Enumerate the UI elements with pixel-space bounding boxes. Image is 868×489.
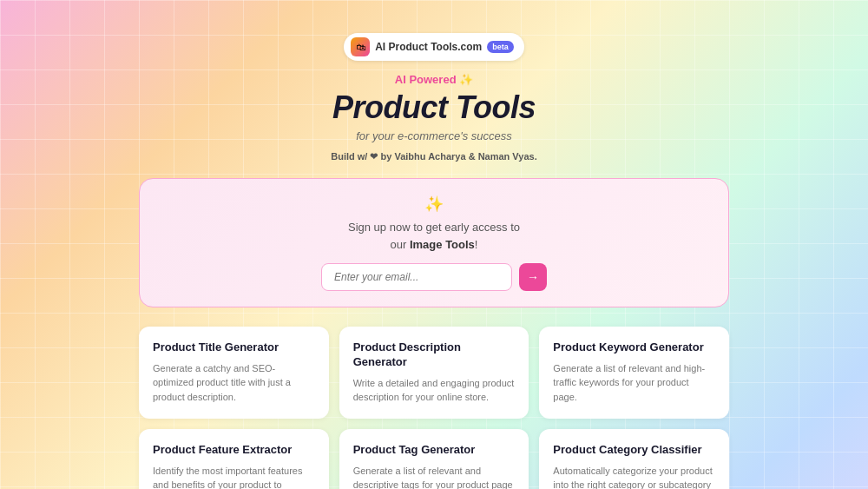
ai-powered-label: AI Powered ✨ — [139, 73, 729, 86]
subtitle: for your e-commerce's success — [139, 129, 729, 142]
tool-card-desc-1: Write a detailed and engaging product de… — [353, 376, 516, 405]
build-prefix: Build w/ ❤ by — [331, 151, 391, 162]
tool-card-desc-2: Generate a list of relevant and high-tra… — [553, 361, 715, 405]
tool-card-1[interactable]: Product Description GeneratorWrite a det… — [339, 327, 529, 419]
tool-card-title-0: Product Title Generator — [153, 340, 315, 355]
authors: Vaibhu Acharya & Naman Vyas. — [394, 151, 536, 162]
signup-line1: Sign up now to get early access to — [348, 221, 520, 234]
main-container: 🛍 AI Product Tools.com beta AI Powered ✨… — [122, 0, 746, 489]
tool-card-0[interactable]: Product Title GeneratorGenerate a catchy… — [139, 327, 329, 419]
signup-end: ! — [475, 238, 478, 251]
tool-card-title-2: Product Keyword Generator — [553, 340, 715, 355]
tool-card-desc-3: Identify the most important features and… — [153, 464, 315, 489]
beta-badge: beta — [487, 41, 514, 53]
tool-card-4[interactable]: Product Tag GeneratorGenerate a list of … — [339, 429, 529, 489]
sparkle-icon: ✨ — [161, 195, 707, 214]
build-line: Build w/ ❤ by Vaibhu Acharya & Naman Vya… — [139, 151, 729, 162]
tool-card-title-1: Product Description Generator — [353, 340, 516, 370]
email-row: → — [161, 263, 707, 291]
signup-text: Sign up now to get early access to our I… — [161, 219, 707, 253]
signup-line2-prefix: our — [391, 238, 407, 251]
tool-card-desc-0: Generate a catchy and SEO-optimized prod… — [153, 361, 315, 405]
main-title: Product Tools — [139, 89, 729, 126]
tool-card-desc-5: Automatically categorize your product in… — [553, 464, 715, 489]
tool-card-3[interactable]: Product Feature ExtractorIdentify the mo… — [139, 429, 329, 489]
tool-card-2[interactable]: Product Keyword GeneratorGenerate a list… — [539, 327, 729, 419]
signup-highlight: Image Tools — [410, 238, 475, 251]
logo-bar: 🛍 AI Product Tools.com beta — [344, 33, 524, 61]
signup-banner: ✨ Sign up now to get early access to our… — [139, 178, 729, 307]
tool-card-desc-4: Generate a list of relevant and descript… — [353, 464, 516, 489]
submit-arrow-icon: → — [527, 270, 539, 284]
tools-grid: Product Title GeneratorGenerate a catchy… — [139, 327, 729, 489]
tool-card-title-5: Product Category Classifier — [553, 443, 715, 458]
logo-icon: 🛍 — [351, 37, 370, 56]
email-submit-button[interactable]: → — [519, 263, 547, 291]
logo-name: AI Product Tools.com — [375, 41, 482, 53]
tool-card-title-3: Product Feature Extractor — [153, 443, 315, 458]
header: 🛍 AI Product Tools.com beta AI Powered ✨… — [139, 17, 729, 162]
email-input[interactable] — [321, 263, 512, 291]
tool-card-5[interactable]: Product Category ClassifierAutomatically… — [539, 429, 729, 489]
tool-card-title-4: Product Tag Generator — [353, 443, 516, 458]
